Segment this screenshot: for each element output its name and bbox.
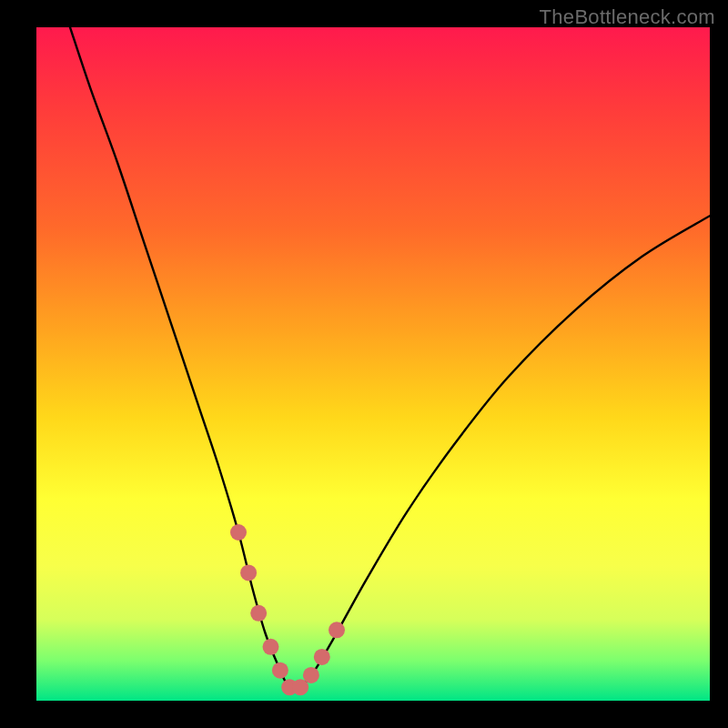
marker-point — [329, 622, 345, 638]
highlighted-points — [230, 524, 345, 695]
bottleneck-curve — [70, 27, 710, 690]
marker-point — [240, 564, 257, 581]
marker-point — [272, 662, 288, 679]
marker-point — [303, 667, 319, 683]
marker-point — [230, 524, 247, 541]
marker-point — [250, 605, 267, 622]
marker-point — [314, 649, 330, 665]
plot-area — [36, 27, 710, 701]
curve-svg — [36, 27, 710, 701]
attribution-text: TheBottleneck.com — [540, 5, 715, 29]
marker-point — [263, 639, 279, 655]
chart-frame: TheBottleneck.com — [0, 0, 728, 728]
